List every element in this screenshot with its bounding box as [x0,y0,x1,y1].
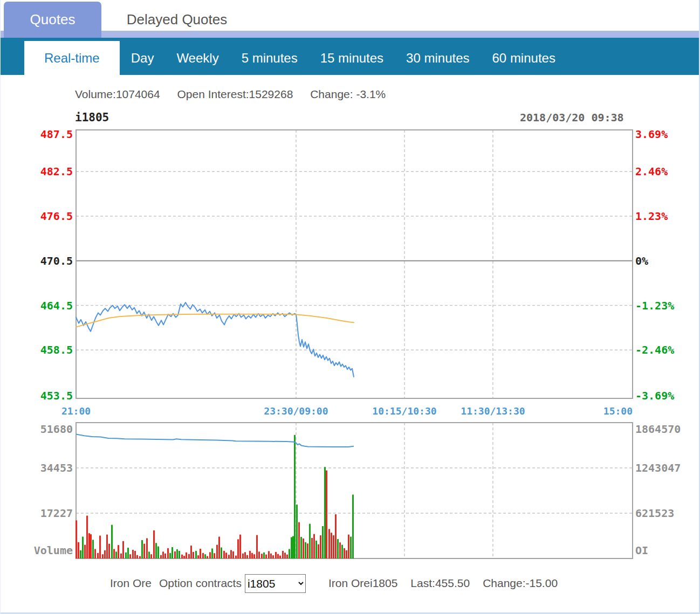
volume-bar [313,534,315,558]
volume-bar [183,556,185,558]
volume-bar [134,551,136,558]
volume-bar [104,550,106,558]
volume-bar [311,538,313,558]
volume-bar [350,537,352,558]
volume-bar [179,551,180,558]
volume-bar [346,550,347,558]
nav-item-30-minutes[interactable]: 30 minutes [395,41,481,75]
volume-bar [207,556,208,558]
oi-axis-tick: 621523 [635,507,674,520]
nav-item-5-minutes[interactable]: 5 minutes [230,41,309,75]
volume-bar [232,551,234,558]
volume-bar [218,537,220,558]
volume-bar [228,555,230,558]
volume-bar [292,536,294,558]
volume-axis-tick: 34453 [40,461,73,474]
info-volume: Volume:1074064 [75,88,160,100]
volume-bar [249,551,251,558]
nav-item-day[interactable]: Day [120,41,166,75]
volume-bar [265,555,267,558]
info-open-interest: Open Interest:1529268 [177,88,293,100]
time-axis-tick: 10:15/10:30 [372,405,436,417]
volume-bar [337,539,339,558]
time-axis-tick: 15:00 [603,405,633,417]
market-label: Iron Ore [110,577,152,590]
volume-bar [197,555,199,558]
volume-bar [298,522,300,558]
volume-bar [108,544,110,558]
nav-item-15-minutes[interactable]: 15 minutes [309,41,395,75]
volume-bar [132,550,134,558]
price-chart[interactable]: 487.5482.5476.5470.5464.5458.5453.53.69%… [1,129,700,422]
open-interest-line [76,434,354,447]
volume-bar [211,548,213,558]
volume-bar [246,555,248,558]
volume-bar [331,533,332,558]
volume-bar [256,535,258,558]
time-axis-tick: 21:00 [61,405,91,417]
volume-bar [307,543,308,558]
price-axis-tick: 458.5 [40,343,73,356]
volume-bar [225,553,227,558]
nav-item-60-minutes[interactable]: 60 minutes [481,41,567,75]
volume-axis-tick: 51680 [40,423,73,436]
time-axis-tick: 11:30/13:30 [461,405,525,417]
volume-bar [92,540,94,558]
volume-bar [76,520,77,558]
contract-select[interactable]: i1805 [245,574,306,593]
volume-bar [291,537,292,558]
volume-bar [188,554,190,558]
oi-axis-tick: 1864570 [635,423,681,436]
volume-chart[interactable]: 516803445317227Volume1864570124304762152… [1,422,700,560]
volume-bar [328,529,330,558]
nav-item-weekly[interactable]: Weekly [165,41,230,75]
volume-bar [153,530,155,558]
volume-bar [102,554,104,558]
volume-bar [348,535,349,558]
volume-bar [90,534,92,558]
volume-bar [115,551,117,558]
volume-bar [223,551,225,558]
volume-bar [277,554,279,558]
volume-bar [216,545,218,558]
volume-bar [322,526,324,558]
volume-bar [167,548,169,558]
tab-quotes[interactable]: Quotes [4,2,101,38]
price-axis-tick: 453.5 [40,389,73,402]
volume-axis-tick: 17227 [40,507,73,520]
percent-axis-tick: 1.23% [635,210,668,223]
plot-border [76,423,633,558]
volume-bar [155,543,157,558]
tab-quotes-label: Quotes [30,11,76,28]
info-change: Change: -3.1% [310,88,386,100]
volume-bar [150,554,152,558]
price-axis-tick: 487.5 [40,129,73,141]
volume-bar [268,551,270,558]
volume-bar [270,554,272,558]
volume-bar [303,539,304,558]
percent-axis-tick: -3.69% [635,389,674,402]
volume-bar [237,539,239,558]
volume-bar [235,556,237,558]
volume-bar [272,555,274,558]
volume-bar [294,435,296,558]
period-nav: Real-time Day Weekly 5 minutes 15 minute… [1,38,699,75]
price-axis-tick: 470.5 [40,254,73,267]
volume-bar [275,552,277,558]
nav-item-realtime[interactable]: Real-time [24,41,120,75]
volume-bar [204,554,206,558]
volume-bar [99,536,101,558]
percent-axis-tick: 2.46% [635,165,668,178]
volume-bar [214,553,215,558]
volume-bar [244,552,246,558]
volume-bar [86,516,88,558]
tab-delayed-quotes[interactable]: Delayed Quotes [101,2,252,38]
volume-bar [339,542,341,558]
volume-bar [326,471,327,558]
volume-bar [129,554,131,558]
volume-bar [186,553,187,558]
volume-bar [82,537,84,558]
volume-bar [230,550,232,558]
option-contracts-label: Option contracts [159,577,242,590]
volume-bar [78,542,79,558]
